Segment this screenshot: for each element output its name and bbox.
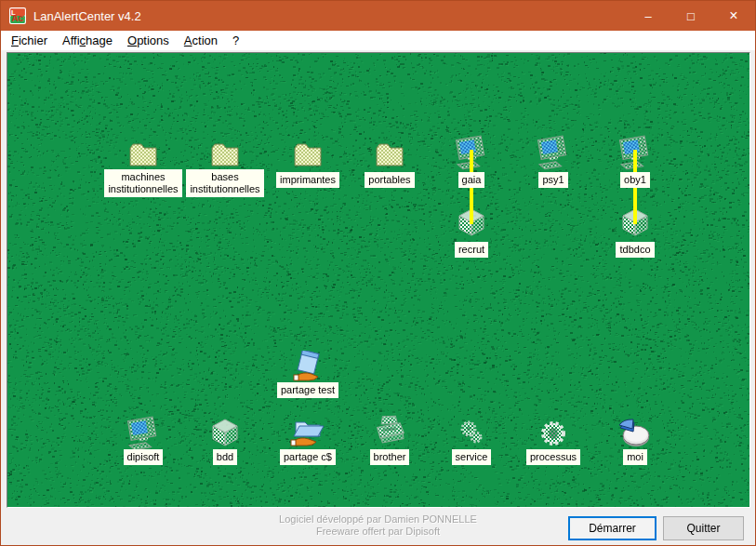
- menu-item-options[interactable]: Options: [120, 32, 177, 49]
- svg-text:L: L: [11, 8, 16, 17]
- minimize-button[interactable]: –: [627, 1, 670, 31]
- menu-item-action[interactable]: Action: [177, 32, 225, 49]
- window-title: LanAlertCenter v4.2: [33, 9, 141, 23]
- maximize-button[interactable]: □: [670, 1, 712, 31]
- app-icon: Ac L: [9, 7, 26, 24]
- node-label-recrut[interactable]: recrut: [397, 240, 546, 257]
- node-label-partage-test[interactable]: partage test: [233, 380, 382, 397]
- node-label-oby1[interactable]: oby1: [561, 170, 710, 187]
- quit-button[interactable]: Quitter: [663, 516, 744, 540]
- window-controls: – □ ×: [627, 1, 755, 31]
- menu-item-fichier[interactable]: Fichier: [4, 32, 55, 49]
- network-map: machines institutionnellesbases institut…: [7, 52, 750, 508]
- menu-bar: FichierAffichageOptionsAction?: [1, 31, 755, 50]
- footer-bar: Logiciel développé par Damien PONNELLE F…: [1, 509, 755, 545]
- menu-item-?[interactable]: ?: [225, 32, 246, 49]
- labels-layer: machines institutionnellesbases institut…: [7, 53, 749, 507]
- node-label-moi[interactable]: moi: [561, 447, 710, 464]
- app-window: Ac L LanAlertCenter v4.2 – □ × FichierAf…: [0, 0, 756, 546]
- menu-item-affichage[interactable]: Affichage: [55, 32, 120, 49]
- start-button[interactable]: Démarrer: [568, 516, 657, 540]
- node-label-tdbdco[interactable]: tdbdco: [561, 240, 710, 257]
- title-bar: Ac L LanAlertCenter v4.2 – □ ×: [1, 1, 755, 31]
- close-button[interactable]: ×: [712, 1, 755, 31]
